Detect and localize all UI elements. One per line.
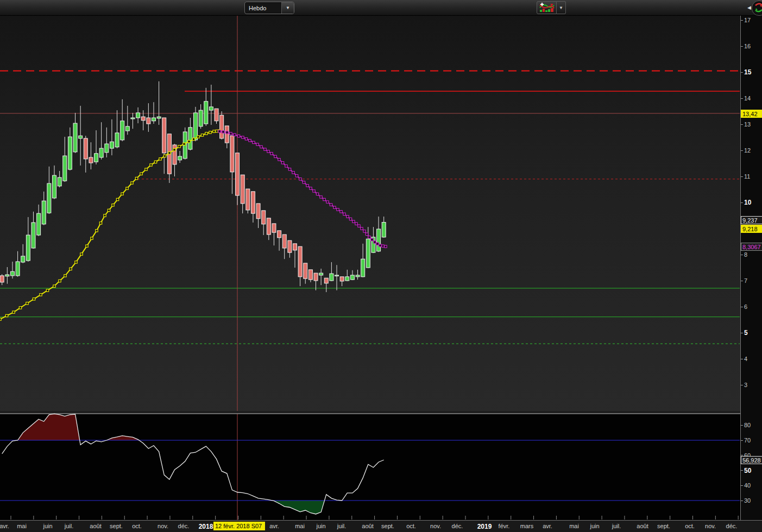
- timeframe-dropdown[interactable]: Hebdo ▼: [244, 2, 294, 14]
- month-label: nov.: [705, 523, 716, 529]
- rsi-tick-30: 30: [741, 497, 751, 504]
- axis-tick-mark: [741, 333, 743, 333]
- month-label: oct.: [685, 523, 695, 529]
- candle-up: [110, 142, 114, 148]
- axis-tick-label: 11: [744, 173, 750, 180]
- indicator-button-group: ▼: [537, 1, 566, 14]
- moving-average-falling-marker: [343, 213, 345, 215]
- chart-indicator-icon: [539, 3, 555, 12]
- moving-average-rising-marker: [183, 143, 185, 145]
- add-indicator-button[interactable]: [537, 1, 557, 14]
- rsi-tick-80: 80: [741, 421, 751, 429]
- candle-down: [272, 224, 276, 232]
- candle-up: [335, 275, 339, 276]
- moving-average-falling-marker: [218, 130, 221, 132]
- candle-down: [251, 192, 255, 213]
- timeframe-value: Hebdo: [245, 5, 281, 11]
- axis-tick-mark: [741, 98, 743, 99]
- axis-tick-mark: [741, 255, 743, 255]
- rsi-value-label: 56,928: [741, 456, 762, 464]
- moving-average-falling-marker: [264, 148, 266, 150]
- indicator-dropdown-arrow[interactable]: ▼: [557, 1, 566, 14]
- month-label: août: [637, 523, 648, 529]
- candle-down: [282, 235, 286, 248]
- month-label: mars: [520, 523, 533, 529]
- price-tick-17: 17: [741, 16, 751, 24]
- candle-up: [157, 117, 161, 118]
- moving-average-falling-marker: [303, 181, 305, 183]
- month-label: déc.: [452, 523, 463, 529]
- moving-average-falling-marker: [323, 198, 325, 200]
- axis-tick-label: 80: [744, 422, 751, 428]
- moving-average-rising-marker: [112, 204, 114, 206]
- moving-average-falling-marker: [382, 245, 384, 247]
- cursor-date-label: 12 févr. 2018 S07: [213, 522, 265, 530]
- price-label-9,218: 9,218: [741, 225, 762, 233]
- moving-average-falling-marker: [349, 218, 351, 220]
- year-label-2019: 2019: [477, 523, 492, 530]
- trading-chart-application: 17161514131211109876543807060504030 avr.…: [0, 0, 762, 532]
- candle-up: [21, 256, 25, 262]
- moving-average-falling-marker: [234, 134, 236, 136]
- candle-down: [215, 109, 218, 121]
- moving-average-falling-marker: [306, 185, 308, 187]
- chevron-left-icon[interactable]: ◀: [747, 5, 751, 10]
- candle-up: [68, 137, 72, 169]
- candle-down: [293, 244, 297, 250]
- rsi-overbought-fill: [18, 414, 80, 440]
- candle-up: [345, 277, 349, 281]
- moving-average-falling-marker: [320, 196, 322, 198]
- moving-average-falling-marker: [260, 145, 262, 148]
- candle-up: [382, 222, 386, 237]
- candle-up: [356, 275, 360, 277]
- moving-average-falling-marker: [374, 241, 376, 243]
- month-label: avr.: [269, 523, 279, 529]
- candle-down: [220, 115, 224, 138]
- moving-average-rising-marker: [205, 132, 207, 135]
- axis-tick-label: 12: [744, 147, 751, 154]
- refresh-arrows-icon[interactable]: [752, 1, 762, 16]
- month-label: sept.: [657, 523, 670, 529]
- candle-down: [256, 204, 260, 219]
- price-tick-4: 4: [741, 355, 747, 363]
- chart-plot-area[interactable]: [0, 0, 740, 520]
- axis-tick-mark: [741, 20, 743, 21]
- axis-tick-label: 70: [744, 437, 751, 444]
- moving-average-falling-marker: [361, 227, 363, 230]
- candle-up: [188, 128, 192, 149]
- candle-up: [125, 126, 129, 131]
- price-tick-11: 11: [741, 173, 750, 180]
- moving-average-rising-marker: [163, 155, 166, 157]
- moving-average-falling-marker: [355, 223, 357, 225]
- candle-up: [366, 239, 370, 268]
- month-label: avr.: [543, 523, 552, 529]
- axis-tick-mark: [741, 176, 743, 177]
- candle-down: [267, 218, 270, 235]
- moving-average-rising-marker: [188, 140, 190, 142]
- axis-tick-mark: [741, 440, 743, 441]
- moving-average-rising-marker: [33, 298, 35, 300]
- candle-up: [350, 275, 354, 280]
- candle-down: [304, 263, 307, 278]
- candle-up: [53, 175, 56, 198]
- candle-up: [73, 123, 77, 152]
- month-label: juil.: [612, 523, 621, 529]
- moving-average-rising-marker: [80, 253, 83, 255]
- candle-down: [241, 175, 244, 204]
- moving-average-falling-marker: [292, 172, 294, 174]
- candle-up: [5, 275, 9, 276]
- candle-up: [152, 118, 155, 121]
- candle-up: [178, 156, 182, 160]
- month-label: juil.: [65, 523, 74, 529]
- axis-tick-mark: [741, 470, 743, 471]
- chevron-down-icon[interactable]: ▼: [281, 2, 294, 14]
- rsi-oversold-fill: [273, 501, 325, 514]
- moving-average-rising-marker: [197, 136, 199, 138]
- price-axis[interactable]: 17161514131211109876543807060504030: [740, 15, 762, 520]
- candle-up: [204, 102, 208, 124]
- axis-tick-label: 6: [744, 303, 747, 310]
- time-axis[interactable]: avr.maijuinjuil.aoûtsept.oct.nov.déc.201…: [0, 520, 762, 532]
- month-label: juin: [43, 523, 52, 529]
- moving-average-falling-marker: [245, 138, 247, 140]
- price-label-9,237: 9,237: [741, 216, 762, 224]
